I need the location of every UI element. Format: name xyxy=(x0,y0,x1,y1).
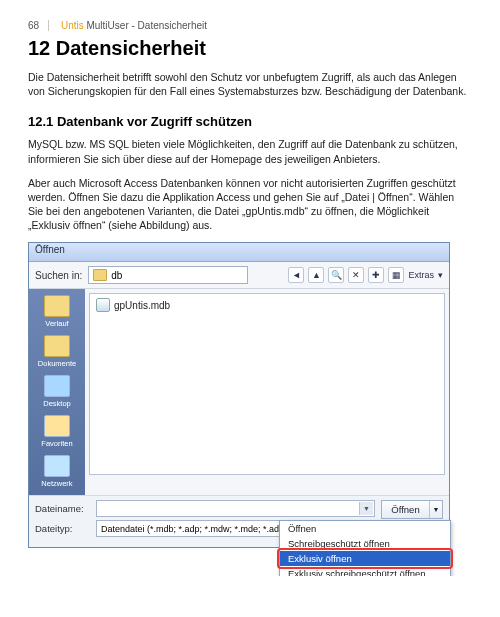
search-icon[interactable]: 🔍 xyxy=(328,267,344,283)
open-file-dialog: Öffnen Suchen in: db ◄ ▲ 🔍 ✕ ✚ ▦ Extras … xyxy=(28,242,450,548)
open-button-label: Öffnen xyxy=(382,504,429,515)
place-documents-label: Dokumente xyxy=(32,359,82,368)
folder-icon xyxy=(93,269,107,281)
place-recent[interactable]: Verlauf xyxy=(32,293,82,331)
brand-part-2: MultiUser - Datensicherheit xyxy=(84,20,207,31)
section-paragraph-1: MySQL bzw. MS SQL bieten viele Möglichke… xyxy=(28,137,472,165)
open-mode-dropdown: Öffnen Schreibgeschützt öffnen Exklusiv … xyxy=(279,520,451,576)
extras-chevron-icon[interactable]: ▾ xyxy=(438,268,443,282)
chapter-title: 12 Datensicherheit xyxy=(28,37,472,60)
place-favorites[interactable]: Favoriten xyxy=(32,413,82,451)
open-split-chevron-icon[interactable]: ▼ xyxy=(429,501,442,518)
filetype-label: Dateityp: xyxy=(35,523,90,534)
open-option-readonly[interactable]: Schreibgeschützt öffnen xyxy=(280,536,450,551)
dialog-toolbar: Suchen in: db ◄ ▲ 🔍 ✕ ✚ ▦ Extras ▾ xyxy=(29,262,449,289)
extras-label[interactable]: Extras xyxy=(408,268,434,282)
section-title: 12.1 Datenbank vor Zugriff schützen xyxy=(28,114,472,129)
filename-label: Dateiname: xyxy=(35,503,90,514)
open-option-normal[interactable]: Öffnen xyxy=(280,521,450,536)
lookin-label: Suchen in: xyxy=(35,270,82,281)
lookin-dropdown[interactable]: db xyxy=(88,266,248,284)
views-icon[interactable]: ▦ xyxy=(388,267,404,283)
open-option-exclusive[interactable]: Exklusiv öffnen xyxy=(280,551,450,566)
dialog-titlebar: Öffnen xyxy=(29,243,449,262)
brand-part-1: Untis xyxy=(61,20,84,31)
file-item[interactable]: gpUntis.mdb xyxy=(96,298,438,312)
desktop-icon xyxy=(44,375,70,397)
place-favorites-label: Favoriten xyxy=(32,439,82,448)
filename-input[interactable]: ▼ xyxy=(96,500,375,517)
page-header: 68 Untis MultiUser - Datensicherheit xyxy=(28,20,472,31)
network-icon xyxy=(44,455,70,477)
documents-icon xyxy=(44,335,70,357)
lookin-value: db xyxy=(111,270,122,281)
open-option-exclusive-readonly[interactable]: Exklusiv schreibgeschützt öffnen xyxy=(280,566,450,576)
place-network-label: Netzwerk xyxy=(32,479,82,488)
place-network[interactable]: Netzwerk xyxy=(32,453,82,491)
new-folder-icon[interactable]: ✚ xyxy=(368,267,384,283)
chevron-down-icon[interactable]: ▼ xyxy=(359,502,373,515)
place-recent-label: Verlauf xyxy=(32,319,82,328)
up-icon[interactable]: ▲ xyxy=(308,267,324,283)
places-bar: Verlauf Dokumente Desktop Favoriten Netz… xyxy=(29,289,85,495)
open-button[interactable]: Öffnen ▼ xyxy=(381,500,443,519)
delete-icon[interactable]: ✕ xyxy=(348,267,364,283)
page-number: 68 xyxy=(28,20,39,31)
place-desktop[interactable]: Desktop xyxy=(32,373,82,411)
chapter-intro: Die Datensicherheit betrifft sowohl den … xyxy=(28,70,472,98)
filetype-value: Datendatei (*.mdb; *.adp; *.mdw; *.mde; … xyxy=(101,524,287,534)
section-paragraph-2: Aber auch Microsoft Access Datenbanken k… xyxy=(28,176,472,233)
favorites-icon xyxy=(44,415,70,437)
place-desktop-label: Desktop xyxy=(32,399,82,408)
back-icon[interactable]: ◄ xyxy=(288,267,304,283)
file-item-name: gpUntis.mdb xyxy=(114,300,170,311)
database-file-icon xyxy=(96,298,110,312)
history-icon xyxy=(44,295,70,317)
file-list-pane[interactable]: gpUntis.mdb xyxy=(89,293,445,475)
place-documents[interactable]: Dokumente xyxy=(32,333,82,371)
